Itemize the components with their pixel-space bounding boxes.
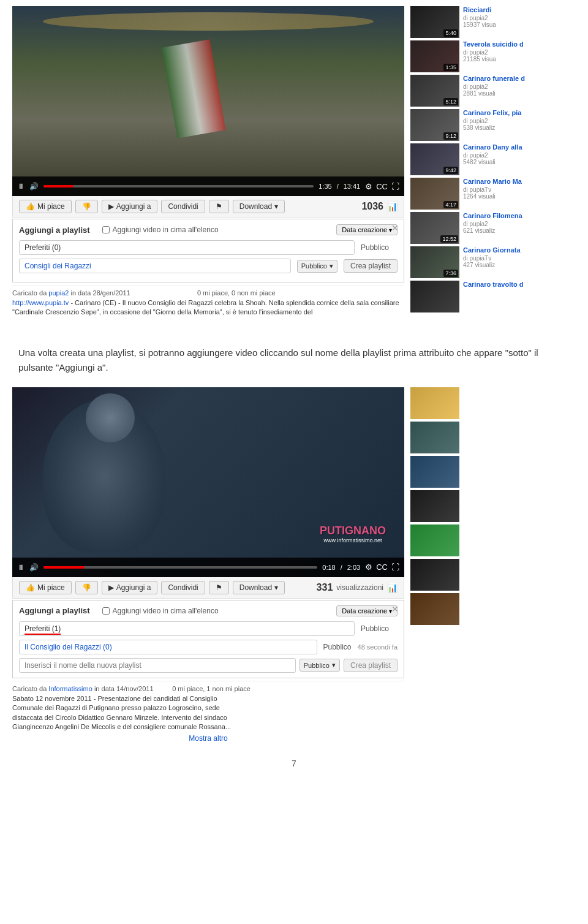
sidebar-video-title[interactable]: Carinaro travolto d — [463, 281, 576, 288]
sidebar-video-info-7: Carinaro Filomena di pupia2 621 visualiz — [463, 212, 576, 234]
bottom-sort-button[interactable]: Data creazione — [336, 605, 398, 616]
sidebar-channel: di pupia2 — [463, 15, 576, 21]
pause-button[interactable]: ⏸ — [17, 182, 24, 191]
bottom-ctrl-icons: ⚙ CC ⛶ — [365, 562, 399, 572]
bottom-visibility-dropdown[interactable]: Pubblico ▾ — [300, 659, 340, 672]
dislike-button[interactable]: 👎 — [75, 200, 98, 213]
sidebar-thumb-9[interactable] — [410, 281, 459, 312]
bottom-add-button[interactable]: ▶ Aggiungi a — [102, 581, 158, 594]
bottom-dislike-button[interactable]: 👎 — [75, 581, 98, 594]
create-playlist-button[interactable]: Crea playlist — [344, 259, 398, 273]
show-more-link[interactable]: Mostra altro — [189, 734, 227, 743]
bottom-cc-icon[interactable]: CC — [376, 562, 388, 572]
bottom-download-button[interactable]: Download ▾ — [233, 581, 285, 594]
bottom-favorites-button[interactable]: Preferiti (1) — [19, 621, 355, 636]
sidebar-thumb-7[interactable]: 12:52 — [410, 212, 459, 244]
sidebar-video-title[interactable]: Carinaro Dany alla — [463, 143, 576, 151]
bottom-flag-button[interactable]: ⚑ — [209, 581, 229, 594]
bottom-video-player[interactable]: PUTIGNANO www.Informatissimo.net ⏸ 🔊 0:1… — [12, 387, 404, 577]
page-number: 7 — [292, 759, 296, 768]
sidebar-thumb-2[interactable]: 1:35 — [410, 40, 459, 72]
sidebar-video-title[interactable]: Carinaro Giornata — [463, 246, 576, 254]
sidebar-views: 21185 visua — [463, 56, 576, 62]
sidebar-thumb-3[interactable]: 5:12 — [410, 75, 459, 107]
settings-icon[interactable]: ⚙ — [365, 182, 372, 191]
sidebar-video-title[interactable]: Ricciardi — [463, 6, 576, 13]
sidebar-item: 12:52 Carinaro Filomena di pupia2 621 vi… — [410, 212, 576, 244]
bottom-fullscreen-icon[interactable]: ⛶ — [391, 562, 399, 572]
sidebar-video-title[interactable]: Carinaro Filomena — [463, 212, 576, 219]
bottom-like-info: 0 mi piace, 1 non mi piace — [172, 685, 251, 692]
fullscreen-icon[interactable]: ⛶ — [391, 182, 399, 191]
page-number-container: 7 — [0, 746, 588, 781]
sidebar-thumb-8[interactable]: 7:36 — [410, 246, 459, 278]
top-checkbox[interactable] — [102, 226, 110, 233]
sidebar-video-title[interactable]: Carinaro Mario Ma — [463, 178, 576, 185]
progress-bar[interactable] — [43, 185, 314, 187]
video-url-link[interactable]: http://www.pupia.tv — [12, 299, 69, 306]
bottom-checkbox[interactable] — [102, 607, 110, 615]
favorites-label: Preferiti (1) — [24, 624, 61, 635]
existing-playlist-button[interactable]: Consigli dei Ragazzi — [19, 259, 291, 273]
top-video-player[interactable]: ⏸ 🔊 1:35 / 13:41 ⚙ CC ⛶ — [12, 6, 404, 196]
bottom-thumb-5[interactable] — [410, 524, 459, 556]
bottom-video-area: PUTIGNANO www.Informatissimo.net ⏸ 🔊 0:1… — [12, 387, 404, 747]
duration-badge: 7:36 — [443, 270, 458, 277]
bottom-thumb-1[interactable] — [410, 387, 459, 419]
volume-button[interactable]: 🔊 — [29, 182, 39, 191]
bottom-thumb-3[interactable] — [410, 456, 459, 488]
sort-button[interactable]: Data creazione — [336, 224, 398, 235]
bottom-share-button[interactable]: Condividi — [161, 581, 205, 594]
bottom-new-playlist-row: Pubblico ▾ Crea playlist — [19, 658, 398, 673]
duration-badge: 9:12 — [443, 132, 458, 140]
bottom-create-playlist-button[interactable]: Crea playlist — [344, 659, 398, 672]
sidebar-video-title[interactable]: Carinaro funerale d — [463, 75, 576, 82]
download-button[interactable]: Download ▾ — [233, 200, 285, 213]
share-button[interactable]: Condividi — [161, 200, 205, 213]
top-action-bar: 👍 Mi piace 👎 ▶ Aggiungi a Condividi ⚑ Do… — [12, 196, 404, 218]
bottom-sidebar-item-4 — [410, 490, 576, 522]
sidebar-item: 1:35 Teverola suicidio d di pupia2 21185… — [410, 40, 576, 72]
new-playlist-input[interactable] — [19, 658, 296, 673]
uploader-link[interactable]: pupia2 — [48, 289, 69, 297]
bottom-volume-button[interactable]: 🔊 — [29, 563, 39, 572]
bottom-like-button[interactable]: 👍 Mi piace — [19, 581, 72, 594]
flag-button[interactable]: ⚑ — [209, 200, 229, 213]
favorites-button[interactable]: Preferiti (0) — [19, 240, 355, 255]
bottom-uploader-link[interactable]: Informatissimo — [48, 685, 92, 692]
add-icon: ▶ — [108, 202, 114, 211]
close-button[interactable]: ✕ — [391, 223, 399, 233]
sidebar-item: 4:17 Carinaro Mario Ma di pupiaTv 1264 v… — [410, 178, 576, 210]
bottom-favorites-visibility: Pubblico — [361, 624, 398, 633]
cc-icon[interactable]: CC — [376, 182, 388, 191]
bottom-thumb-2[interactable] — [410, 422, 459, 453]
like-button[interactable]: 👍 Mi piace — [19, 200, 72, 213]
add-button[interactable]: ▶ Aggiungi a — [102, 200, 158, 213]
bottom-settings-icon[interactable]: ⚙ — [365, 562, 372, 572]
duration-badge: 9:42 — [443, 167, 458, 174]
bottom-thumb-4[interactable] — [410, 490, 459, 522]
visibility-dropdown[interactable]: Pubblico ▾ — [297, 260, 337, 273]
bottom-playlist-panel-title: Aggiungi a playlist — [19, 606, 90, 615]
bottom-favorites-row: Preferiti (1) Pubblico — [19, 621, 398, 636]
consiglio-time: 48 secondi fa — [358, 643, 398, 651]
sidebar-thumb-4[interactable]: 9:12 — [410, 109, 459, 141]
favorites-visibility: Pubblico — [361, 243, 398, 252]
sidebar-item: 5:12 Carinaro funerale d di pupia2 2881 … — [410, 75, 576, 107]
video-controls: ⏸ 🔊 1:35 / 13:41 ⚙ CC ⛶ — [12, 176, 404, 196]
sidebar-video-info-6: Carinaro Mario Ma di pupiaTv 1264 visual… — [463, 178, 576, 200]
sidebar-thumb-6[interactable]: 4:17 — [410, 178, 459, 210]
sidebar-thumb-1[interactable]: 5:40 — [410, 6, 459, 38]
bottom-progress-bar[interactable] — [43, 566, 317, 569]
sidebar-thumb-5[interactable]: 9:42 — [410, 143, 459, 175]
sidebar-video-info-5: Carinaro Dany alla di pupia2 5482 visual… — [463, 143, 576, 165]
bottom-sidebar-item-5 — [410, 524, 576, 556]
bottom-thumb-7[interactable] — [410, 593, 459, 625]
sidebar-video-title[interactable]: Carinaro Felix, pia — [463, 109, 576, 116]
sidebar-video-title[interactable]: Teverola suicidio d — [463, 40, 576, 48]
bottom-pause-button[interactable]: ⏸ — [17, 563, 24, 572]
bottom-thumb-6[interactable] — [410, 559, 459, 591]
bottom-close-button[interactable]: ✕ — [391, 604, 399, 614]
bottom-consiglio-row: Il Consiglio dei Ragazzi (0) Pubblico 48… — [19, 640, 398, 654]
bottom-consiglio-button[interactable]: Il Consiglio dei Ragazzi (0) — [19, 640, 317, 654]
